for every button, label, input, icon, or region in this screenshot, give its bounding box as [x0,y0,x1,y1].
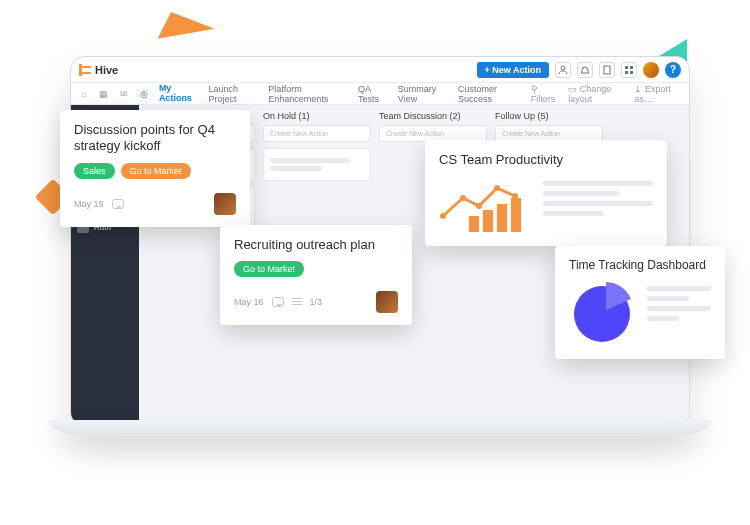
checklist-progress: 1/3 [310,297,323,307]
mail-icon[interactable]: ✉ [119,88,129,100]
svg-rect-1 [604,66,610,74]
svg-point-9 [494,185,500,191]
tag-gotomarket[interactable]: Go to Market [234,261,304,277]
svg-point-7 [460,195,466,201]
card-title: Recruiting outreach plan [234,237,398,253]
filters-button[interactable]: ⚲ Filters [531,84,559,104]
card-date: May 16 [234,297,264,307]
tag-gotomarket[interactable]: Go to Market [121,163,191,179]
svg-point-0 [561,66,565,70]
laptop-base [48,420,712,436]
svg-rect-5 [630,71,633,74]
card-recruiting[interactable]: Recruiting outreach plan Go to Market Ma… [220,225,412,325]
app-logo[interactable]: Hive [79,64,118,76]
assignee-avatar[interactable] [376,291,398,313]
svg-point-8 [476,203,482,209]
svg-point-6 [440,213,446,219]
tab-qa-tests[interactable]: QA Tests [358,80,388,108]
grid-icon[interactable]: ▦ [99,88,109,100]
column-title: Team Discussion (2) [379,111,487,121]
card-title: CS Team Productivity [439,152,653,168]
app-name: Hive [95,64,118,76]
user-avatar[interactable] [643,62,659,78]
svg-rect-3 [630,66,633,69]
tab-platform-enhancements[interactable]: Platform Enhancements [268,80,348,108]
svg-rect-11 [469,216,479,232]
tab-customer-success[interactable]: Customer Success [458,80,521,108]
svg-rect-2 [625,66,628,69]
comment-icon[interactable] [112,199,124,209]
apps-icon[interactable] [621,62,637,78]
card-time-tracking[interactable]: Time Tracking Dashboard [555,246,725,359]
column-title: On Hold (1) [263,111,371,121]
svg-rect-12 [483,210,493,232]
card-discussion[interactable]: Discussion points for Q4 strategy kickof… [60,110,250,227]
svg-rect-13 [497,204,507,232]
export-button[interactable]: ⤓ Export as… [634,84,681,104]
change-layout-button[interactable]: ▭ Change layout [568,84,624,104]
checklist-icon[interactable] [292,298,302,306]
tag-sales[interactable]: Sales [74,163,115,179]
deco-triangle-icon [153,5,214,39]
bell-icon[interactable] [577,62,593,78]
target-icon[interactable]: ◎ [139,88,149,100]
card-date: May 19 [74,199,104,209]
bar-line-chart-icon [439,176,531,234]
column-title: Follow Up (5) [495,111,603,121]
create-action-input[interactable]: Create New Action [263,125,371,142]
people-icon[interactable] [555,62,571,78]
svg-rect-14 [511,198,521,232]
pie-chart-icon [569,281,635,347]
board-column: On Hold (1) Create New Action [263,111,371,234]
board-card[interactable] [263,148,371,181]
comment-icon[interactable] [272,297,284,307]
help-button[interactable]: ? [665,62,681,78]
assignee-avatar[interactable] [214,193,236,215]
tab-launch-project[interactable]: Launch Project [208,80,258,108]
nav-tabs: ⌂ ▦ ✉ ◎ My Actions Launch Project Platfo… [71,83,689,105]
card-cs-productivity[interactable]: CS Team Productivity [425,140,667,246]
hive-logo-icon [79,64,91,76]
new-action-button[interactable]: + New Action [477,62,549,78]
doc-icon[interactable] [599,62,615,78]
home-icon[interactable]: ⌂ [79,88,89,100]
svg-rect-4 [625,71,628,74]
tab-summary-view[interactable]: Summary View [398,80,448,108]
tab-my-actions[interactable]: My Actions [159,79,199,109]
card-title: Time Tracking Dashboard [569,258,711,273]
card-title: Discussion points for Q4 strategy kickof… [74,122,236,155]
